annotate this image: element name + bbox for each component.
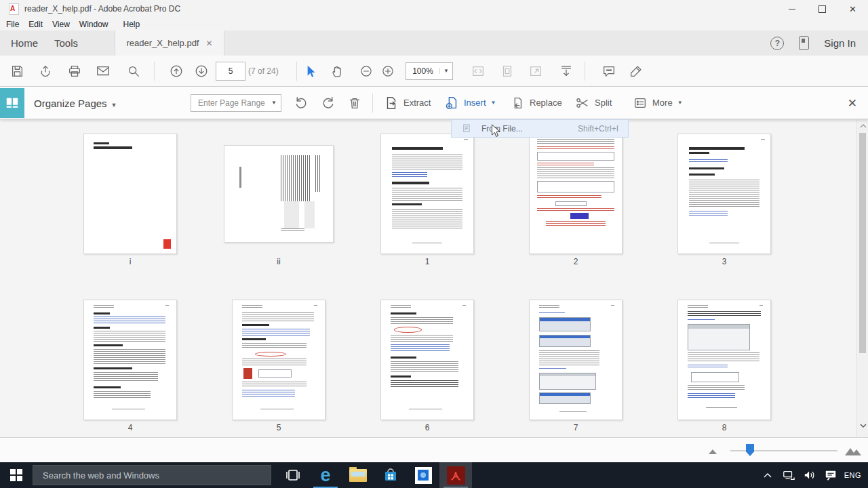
tab-close-icon[interactable]: ✕ (206, 39, 213, 48)
scroll-up-icon[interactable] (857, 121, 868, 131)
taskbar-search[interactable] (33, 465, 271, 485)
photos-button[interactable] (407, 462, 439, 488)
insert-button[interactable]: Insert ▼ (444, 92, 496, 114)
page-up-icon (169, 64, 184, 79)
page-number-input[interactable] (216, 62, 245, 81)
small-thumbnails-icon[interactable] (707, 445, 722, 455)
menu-help[interactable]: Help (123, 20, 140, 29)
window-title: reader_X_help.pdf - Adobe Acrobat Pro DC (24, 4, 180, 14)
page-range-input[interactable]: Enter Page Range ▼ (191, 94, 281, 112)
tab-document[interactable]: reader_X_help.pdf ✕ (115, 30, 224, 56)
page-preview (233, 134, 325, 253)
task-view-button[interactable] (277, 462, 309, 488)
tray-expand-button[interactable] (760, 468, 775, 483)
page-thumbnail[interactable]: i (84, 134, 176, 266)
page-preview (233, 300, 325, 420)
more-button[interactable]: More ▼ (633, 92, 683, 114)
fit-width-button[interactable] (467, 60, 490, 82)
menu-view[interactable]: View (52, 20, 70, 29)
help-icon[interactable]: ? (770, 37, 784, 50)
page-thumbnail[interactable]: 1 (381, 134, 473, 266)
page-thumbnail[interactable]: 7 (530, 300, 622, 432)
page-thumbnail[interactable]: ii (233, 134, 325, 266)
network-icon[interactable] (781, 468, 796, 483)
menu-edit[interactable]: Edit (28, 20, 43, 29)
rotate-right-button[interactable] (320, 92, 336, 114)
highlight-button[interactable] (625, 60, 648, 82)
page-label: 5 (233, 423, 325, 432)
restore-button[interactable] (807, 0, 837, 18)
mobile-device-icon[interactable] (799, 36, 809, 50)
split-label: Split (595, 98, 612, 108)
split-scissors-icon (575, 96, 590, 110)
zoom-in-button[interactable] (376, 60, 399, 82)
fit-page-button[interactable] (496, 60, 519, 82)
page-thumbnail[interactable]: 3 (678, 134, 770, 266)
scrollbar-thumb[interactable] (859, 133, 866, 353)
tab-home[interactable]: Home (3, 30, 46, 56)
scroll-down-icon[interactable] (857, 420, 868, 431)
page-thumbnail[interactable]: 5 (233, 300, 325, 432)
menu-item-from-file[interactable]: From File... (481, 124, 523, 134)
acrobat-taskbar-button[interactable] (439, 462, 472, 488)
organize-pages-title[interactable]: Organize Pages▼ (34, 97, 117, 108)
next-page-button[interactable] (190, 60, 213, 82)
task-view-icon (285, 468, 301, 483)
hand-tool-button[interactable] (326, 60, 349, 82)
fullscreen-button[interactable] (524, 60, 547, 82)
close-tool-button[interactable]: ✕ (848, 96, 857, 110)
share-button[interactable] (34, 60, 57, 82)
page-label: 3 (678, 257, 770, 266)
tab-tools[interactable]: Tools (46, 30, 86, 56)
page-thumbnail[interactable]: 8 (678, 300, 770, 432)
save-icon (9, 64, 24, 79)
volume-icon[interactable] (802, 468, 817, 483)
slider-thumb[interactable] (746, 444, 754, 456)
scrolling-mode-button[interactable] (555, 60, 578, 82)
page-preview (84, 134, 176, 253)
page-thumbnail[interactable]: 4 (84, 300, 176, 432)
vertical-scrollbar[interactable] (856, 119, 868, 437)
page-down-icon (194, 64, 209, 79)
print-button[interactable] (63, 60, 86, 82)
minimize-button[interactable] (776, 0, 807, 18)
organize-pages-icon (0, 88, 24, 118)
select-tool-button[interactable] (298, 60, 321, 82)
search-button[interactable] (122, 60, 145, 82)
save-button[interactable] (5, 60, 28, 82)
file-explorer-button[interactable] (342, 462, 374, 488)
previous-page-button[interactable] (165, 60, 188, 82)
mouse-cursor (491, 124, 500, 138)
page-thumbnail[interactable]: 6 (381, 300, 473, 432)
zoom-level-select[interactable]: 100% ▼ (406, 62, 453, 80)
close-button[interactable]: ✕ (837, 0, 868, 18)
share-upload-icon (38, 64, 53, 79)
menu-file[interactable]: File (6, 20, 19, 29)
email-button[interactable] (92, 60, 115, 82)
page-label: 7 (530, 423, 622, 432)
notifications-icon[interactable] (823, 468, 838, 483)
minimize-icon (789, 9, 795, 9)
store-button[interactable] (374, 462, 407, 488)
zoom-out-button[interactable] (355, 60, 378, 82)
edge-button[interactable]: e (309, 462, 342, 488)
page-preview (84, 300, 176, 420)
language-indicator[interactable]: ENG (844, 471, 861, 479)
page-preview (530, 134, 622, 253)
menu-window[interactable]: Window (79, 20, 108, 29)
rotate-left-button[interactable] (293, 92, 309, 114)
scrolling-mode-icon (559, 64, 574, 79)
rotate-left-icon (293, 95, 309, 111)
taskbar-search-input[interactable] (33, 470, 271, 481)
replace-button[interactable]: Replace (510, 92, 562, 114)
store-icon (382, 466, 399, 484)
delete-pages-button[interactable] (347, 92, 362, 114)
split-button[interactable]: Split (575, 92, 612, 114)
main-toolbar: (7 of 24) 100% ▼ (0, 56, 868, 87)
start-button[interactable] (0, 462, 33, 488)
comment-button[interactable] (597, 60, 620, 82)
extract-button[interactable]: Extract (384, 92, 431, 114)
large-thumbnails-icon[interactable] (844, 442, 864, 457)
sign-in-link[interactable]: Sign In (824, 37, 856, 49)
page-thumbnail[interactable]: 2 (530, 134, 622, 266)
